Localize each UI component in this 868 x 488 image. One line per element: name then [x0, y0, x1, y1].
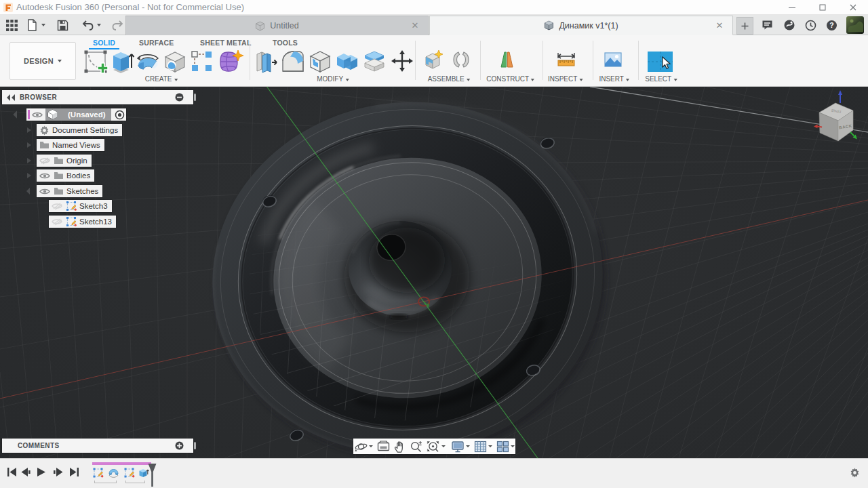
assemble-group-label[interactable]: ASSEMBLE [428, 75, 471, 83]
select-button[interactable] [648, 52, 673, 75]
construct-plane-button[interactable] [496, 49, 517, 73]
undo-button[interactable] [76, 15, 106, 35]
tab-untitled[interactable]: Untitled ✕ [125, 16, 429, 35]
orbit-tool[interactable] [353, 441, 374, 453]
viewport-3d[interactable]: BACK ПРАВ BROWSER (Unsaved) [0, 87, 868, 458]
root-expand-toggle[interactable] [14, 108, 20, 121]
tab-active-close-icon[interactable]: ✕ [715, 21, 724, 30]
sketches-expand-toggle[interactable] [27, 185, 33, 197]
joint-button[interactable] [450, 49, 472, 73]
zoom-tool[interactable] [408, 441, 424, 453]
combine-button[interactable] [334, 49, 360, 77]
offset-face-button[interactable] [361, 49, 387, 77]
timeline-feature-sketch3[interactable] [92, 467, 104, 481]
ribbon-tab-solid[interactable]: SOLID [93, 39, 115, 47]
eye-hidden-icon[interactable] [52, 202, 62, 210]
fit-view-tool[interactable] [425, 441, 447, 453]
browser-row-sketch13[interactable]: Sketch13 [49, 216, 116, 228]
comments-expand-icon[interactable] [175, 441, 184, 450]
pan-tool[interactable] [393, 441, 407, 453]
timeline-feature-sketch13[interactable] [123, 467, 135, 481]
look-at-tool[interactable] [376, 441, 391, 452]
extrude-button[interactable] [109, 49, 135, 77]
create-group-label[interactable]: CREATE [145, 75, 178, 83]
activate-component-radio[interactable] [115, 110, 125, 120]
create-sketch-button[interactable] [83, 49, 110, 77]
ribbon-tab-sheet-metal[interactable]: SHEET METAL [200, 39, 252, 47]
hole-button[interactable] [162, 49, 188, 77]
origin-expand-toggle[interactable] [27, 155, 31, 167]
insert-image-button[interactable] [602, 49, 624, 73]
row-label: Sketches [64, 187, 102, 195]
timeline-skip-start-button[interactable] [7, 467, 17, 480]
browser-row-sketch3[interactable]: Sketch3 [49, 200, 112, 212]
eye-visible-icon[interactable] [39, 188, 50, 195]
workspace-selector[interactable]: DESIGN [9, 42, 76, 80]
timeline-skip-end-button[interactable] [69, 467, 79, 480]
eye-visible-icon[interactable] [32, 111, 43, 119]
browser-root-row[interactable]: (Unsaved) [26, 108, 126, 121]
grid-settings-tool[interactable] [473, 441, 494, 453]
file-menu-button[interactable] [23, 15, 49, 35]
inspect-group-label[interactable]: INSPECT [548, 75, 583, 83]
move-copy-button[interactable] [390, 49, 414, 76]
press-pull-button[interactable] [254, 49, 278, 77]
browser-row-sketches[interactable]: Sketches [37, 185, 102, 197]
new-tab-button[interactable] [736, 17, 753, 35]
measure-button[interactable] [555, 49, 577, 73]
browser-row-bodies[interactable]: Bodies [37, 169, 94, 182]
timeline-feature-revolve[interactable] [108, 467, 119, 481]
comments-panel-header[interactable]: COMMENTS [2, 439, 193, 453]
bodies-expand-toggle[interactable] [27, 169, 31, 182]
eye-hidden-icon[interactable] [39, 157, 50, 165]
timeline-step-forward-button[interactable] [53, 467, 64, 480]
app-grid-icon[interactable] [0, 15, 23, 35]
shell-button[interactable] [307, 49, 333, 77]
root-document-highlight[interactable]: (Unsaved) [45, 108, 111, 121]
user-avatar[interactable] [842, 15, 868, 35]
browser-row-named-views[interactable]: Named Views [37, 139, 104, 151]
insert-group-label[interactable]: INSERT [599, 75, 629, 83]
ribbon-tab-tools[interactable]: TOOLS [273, 39, 298, 47]
save-button[interactable] [49, 15, 76, 35]
extensions-icon[interactable] [778, 15, 800, 35]
job-status-icon[interactable] [800, 15, 821, 35]
eye-visible-icon[interactable] [39, 172, 50, 180]
browser-row-document-settings[interactable]: Document Settings [37, 124, 122, 136]
close-button[interactable] [837, 0, 868, 15]
timeline-step-back-button[interactable] [20, 467, 31, 480]
viewports-tool[interactable] [495, 441, 516, 453]
browser-panel-header[interactable]: BROWSER [2, 90, 193, 104]
docsettings-expand-toggle[interactable] [27, 124, 31, 136]
ribbon-tab-surface[interactable]: SURFACE [139, 39, 174, 47]
timeline-play-button[interactable] [37, 467, 46, 480]
fillet-button[interactable] [280, 49, 306, 77]
display-settings-tool[interactable] [450, 441, 471, 453]
browser-minimize-icon[interactable] [175, 93, 184, 102]
eye-hidden-icon[interactable] [52, 218, 62, 226]
maximize-button[interactable] [807, 0, 837, 15]
viewport-canvas[interactable]: BACK ПРАВ [0, 87, 868, 458]
help-icon[interactable]: ? [821, 15, 842, 35]
comments-icon[interactable] [756, 15, 778, 35]
revolve-button[interactable] [136, 49, 161, 77]
browser-panel-grip[interactable] [194, 94, 196, 101]
browser-row-origin[interactable]: Origin [37, 155, 92, 167]
new-component-button[interactable] [423, 49, 445, 73]
timeline-bar [0, 458, 868, 488]
tab-untitled-close-icon[interactable]: ✕ [410, 21, 420, 30]
minimize-button[interactable] [776, 0, 807, 15]
pattern-button[interactable] [189, 49, 214, 76]
modify-group-label[interactable]: MODIFY [317, 75, 349, 83]
component-cube-icon [47, 109, 58, 121]
select-group-label[interactable]: SELECT [645, 75, 677, 83]
browser-collapse-icon[interactable] [6, 94, 16, 101]
construct-group-label[interactable]: CONSTRUCT [486, 75, 534, 83]
timeline-settings-gear-icon[interactable] [850, 468, 860, 481]
tab-active-document[interactable]: Динамик v1*(1) ✕ [429, 16, 733, 35]
create-form-button[interactable] [217, 49, 244, 77]
namedviews-expand-toggle[interactable] [27, 139, 31, 151]
timeline-position-marker[interactable] [147, 464, 157, 488]
folder-icon [54, 171, 64, 180]
comments-panel-grip[interactable] [194, 442, 196, 449]
